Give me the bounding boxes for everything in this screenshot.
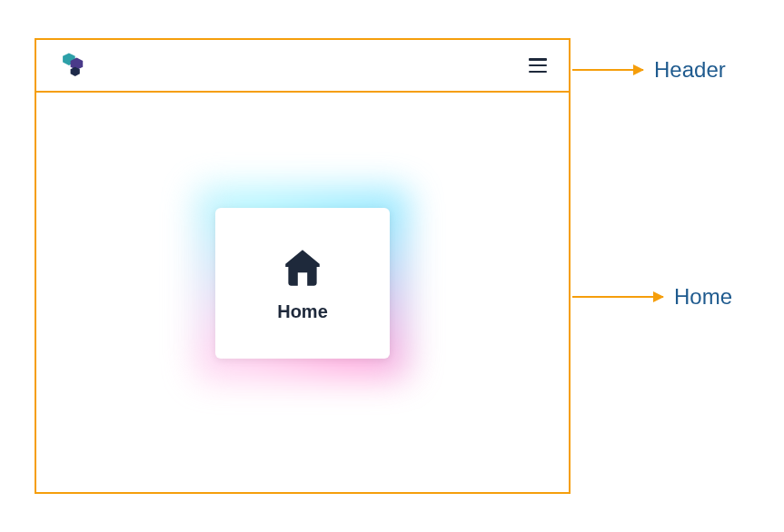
annotation-home: Home [572,284,732,310]
home-card-wrapper: Home [215,208,390,359]
arrow-icon [572,69,643,71]
menu-icon[interactable] [529,58,547,73]
annotation-header: Header [572,57,726,83]
app-frame: Home [35,38,571,494]
annotation-header-label: Header [654,57,726,83]
header-bar [36,40,569,93]
home-card[interactable]: Home [215,208,390,359]
home-icon [280,245,325,291]
app-logo [58,50,89,81]
arrow-icon [572,296,663,298]
home-card-label: Home [277,301,328,322]
diagram-container: Home [35,38,571,494]
content-area: Home [36,93,569,492]
annotation-home-label: Home [674,284,732,310]
